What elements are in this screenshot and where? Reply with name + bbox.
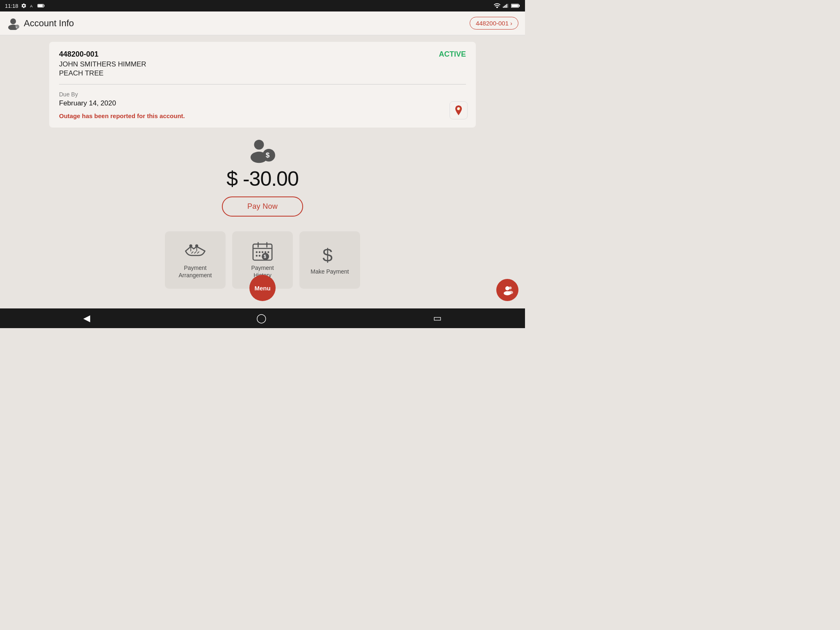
svg-point-28 (256, 251, 258, 253)
svg-rect-7 (506, 4, 507, 8)
svg-text:$: $ (322, 245, 333, 265)
main-content: 448200-001 ACTIVE JOHN SMITHERS HIMMER P… (0, 35, 525, 308)
menu-fab-button[interactable]: Menu (249, 275, 276, 301)
make-payment-label: Make Payment (310, 268, 349, 275)
signal-icon (503, 3, 509, 9)
svg-point-12 (10, 18, 16, 24)
wifi-icon (494, 3, 500, 9)
svg-point-22 (189, 244, 192, 247)
svg-rect-8 (507, 4, 508, 8)
svg-rect-10 (519, 5, 520, 7)
account-chip-button[interactable]: 448200-001 › (470, 17, 518, 30)
location-pin-icon: ⚡ (453, 105, 464, 116)
contact-fab-button[interactable] (496, 279, 518, 301)
svg-point-33 (256, 255, 258, 256)
svg-rect-2 (43, 5, 44, 7)
account-status-badge: ACTIVE (439, 50, 466, 59)
balance-icon: $ (248, 139, 277, 164)
user-avatar-icon: i (7, 17, 20, 30)
balance-amount: $ -30.00 (226, 167, 298, 191)
payment-arrangement-button[interactable]: PaymentArrangement (165, 231, 226, 289)
svg-text:⚡: ⚡ (458, 108, 461, 111)
gear-icon (21, 3, 27, 9)
due-label: Due By (59, 91, 466, 98)
app-bar: i Account Info 448200-001 › (0, 11, 525, 35)
battery-icon (37, 3, 45, 9)
make-payment-button[interactable]: $ Make Payment (299, 231, 360, 289)
make-payment-icon: $ (319, 245, 341, 265)
svg-point-14 (15, 25, 19, 29)
svg-text:$: $ (264, 254, 266, 259)
svg-rect-11 (511, 5, 518, 7)
svg-point-31 (265, 251, 266, 253)
svg-rect-4 (503, 7, 504, 8)
card-divider (59, 84, 466, 84)
menu-fab-label: Menu (254, 285, 270, 292)
payment-history-icon: $ (251, 241, 274, 261)
svg-point-23 (195, 244, 198, 247)
pay-now-button[interactable]: Pay Now (222, 196, 303, 217)
status-left: 11:18 A (5, 3, 45, 9)
svg-text:$: $ (266, 151, 270, 159)
handshake-icon (184, 241, 206, 261)
account-number: 448200-001 (59, 50, 98, 59)
svg-text:i: i (16, 25, 17, 28)
back-button[interactable]: ◀ (75, 310, 98, 327)
due-date: February 14, 2020 (59, 99, 466, 107)
svg-rect-3 (38, 5, 43, 7)
svg-rect-5 (504, 6, 505, 8)
svg-point-18 (254, 140, 264, 150)
svg-point-41 (508, 291, 513, 294)
customer-name: JOHN SMITHERS HIMMER (59, 60, 466, 68)
nav-bar: ◀ ◯ ▭ (0, 308, 525, 328)
status-bar: 11:18 A (0, 0, 525, 11)
status-right (494, 3, 520, 9)
contact-icon (502, 284, 513, 296)
svg-point-38 (505, 286, 509, 290)
svg-rect-6 (505, 5, 506, 8)
page-title: Account Info (24, 18, 74, 29)
account-card: 448200-001 ACTIVE JOHN SMITHERS HIMMER P… (49, 42, 476, 128)
svg-point-30 (262, 251, 263, 253)
svg-point-34 (259, 255, 260, 256)
account-card-header: 448200-001 ACTIVE (59, 50, 466, 59)
home-button[interactable]: ◯ (248, 310, 275, 327)
payment-arrangement-label: PaymentArrangement (179, 264, 212, 279)
svg-point-32 (267, 251, 269, 253)
a-icon: A (29, 3, 35, 9)
outage-message: Outage has been reported for this accoun… (59, 112, 466, 119)
svg-point-40 (509, 287, 512, 290)
recents-button[interactable]: ▭ (425, 310, 450, 327)
outage-location-button[interactable]: ⚡ (450, 101, 468, 119)
balance-section: $ $ -30.00 Pay Now (222, 139, 303, 217)
battery-status-icon (511, 3, 520, 8)
svg-text:A: A (30, 4, 33, 8)
svg-point-29 (259, 251, 260, 253)
app-bar-left: i Account Info (7, 17, 74, 30)
customer-location: PEACH TREE (59, 69, 466, 78)
status-time: 11:18 (5, 3, 18, 9)
account-chip-label: 448200-001 (476, 20, 509, 27)
chevron-right-icon: › (510, 20, 512, 27)
